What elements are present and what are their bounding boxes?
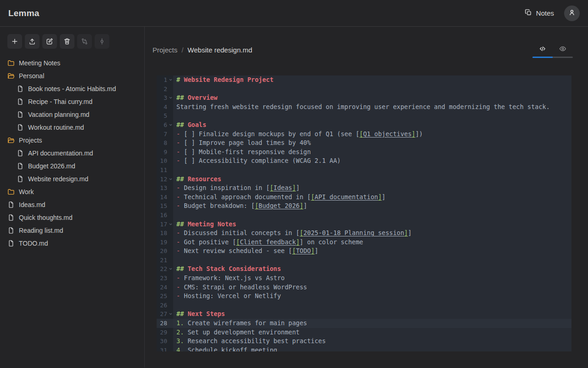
line-number: 17 bbox=[157, 220, 173, 229]
code-line-content[interactable]: 1. Create wireframes for main pages bbox=[173, 319, 571, 328]
edit-icon bbox=[46, 38, 53, 45]
code-line-content[interactable]: - Framework: Next.js vs Astro bbox=[173, 274, 571, 283]
code-line-content[interactable]: - Hosting: Vercel or Netlify bbox=[173, 292, 571, 301]
code-line-content[interactable]: ## Overview bbox=[173, 93, 571, 103]
code-line-content[interactable]: 4. Schedule kickoff meeting bbox=[173, 346, 571, 351]
tree-file-api-documentation-md[interactable]: API documentation.md bbox=[7, 147, 141, 160]
code-line-content[interactable]: 2. Set up development environment bbox=[173, 328, 571, 337]
git-compare-icon bbox=[81, 38, 88, 45]
fold-chevron-down-icon[interactable] bbox=[169, 312, 173, 316]
tree-file-website-redesign-md[interactable]: Website redesign.md bbox=[7, 172, 141, 185]
tree-item-label: Website redesign.md bbox=[28, 175, 88, 183]
code-line-content[interactable]: - Got positive [[Client feedback]] on co… bbox=[173, 238, 571, 247]
tree-file-todo-md[interactable]: TODO.md bbox=[7, 237, 141, 250]
code-line-content[interactable]: - [ ] Accessibility compliance (WCAG 2.1… bbox=[173, 156, 571, 166]
code-line-content[interactable] bbox=[173, 111, 571, 121]
code-line-content[interactable]: ## Resources bbox=[173, 175, 571, 184]
tree-file-recipe-thai-curry-md[interactable]: Recipe - Thai curry.md bbox=[7, 95, 141, 108]
code-line-content[interactable] bbox=[173, 211, 571, 220]
sidebar-toolbar bbox=[7, 34, 141, 49]
breadcrumb-current: Website redesign.md bbox=[187, 46, 252, 54]
line-number: 25 bbox=[157, 292, 173, 301]
tree-folder-work[interactable]: Work bbox=[7, 185, 141, 198]
code-line-content[interactable] bbox=[173, 256, 571, 265]
code-line-content[interactable]: ## Tech Stack Considerations bbox=[173, 264, 571, 274]
line-number: 1 bbox=[157, 75, 173, 85]
tree-item-label: Meeting Notes bbox=[19, 59, 60, 67]
code-line-content[interactable]: # Website Redesign Project bbox=[173, 75, 571, 85]
fold-chevron-down-icon[interactable] bbox=[169, 267, 173, 271]
tree-file-ideas-md[interactable]: Ideas.md bbox=[7, 198, 141, 211]
code-line-content[interactable]: ## Goals bbox=[173, 121, 571, 130]
editor-line: 13- Design inspiration in [[Ideas]] bbox=[157, 184, 571, 193]
code-line-content[interactable]: Starting fresh website redesign focused … bbox=[173, 103, 571, 112]
file-icon bbox=[7, 214, 15, 221]
code-line-content[interactable]: - Discussed initial concepts in [[2025-0… bbox=[173, 229, 571, 238]
code-line-content[interactable]: - CMS: Strapi or headless WordPress bbox=[173, 283, 571, 292]
notes-toggle-button[interactable]: Notes bbox=[525, 9, 554, 17]
tab-preview[interactable] bbox=[553, 42, 573, 56]
line-number: 2 bbox=[157, 85, 173, 94]
editor-line: 18- Discussed initial concepts in [[2025… bbox=[157, 229, 571, 238]
code-line-content[interactable]: ## Meeting Notes bbox=[173, 220, 571, 229]
editor-line: 281. Create wireframes for main pages bbox=[157, 319, 571, 328]
fold-chevron-down-icon[interactable] bbox=[169, 177, 173, 181]
line-number: 5 bbox=[157, 111, 173, 121]
tree-file-reading-list-md[interactable]: Reading list.md bbox=[7, 224, 141, 237]
code-line-content[interactable]: - Technical approach documented in [[API… bbox=[173, 193, 571, 202]
code-line-content[interactable]: ## Next Steps bbox=[173, 310, 571, 319]
tree-file-budget-2026-md[interactable]: Budget 2026.md bbox=[7, 160, 141, 172]
fold-chevron-down-icon[interactable] bbox=[169, 78, 173, 82]
tree-file-quick-thoughts-md[interactable]: Quick thoughts.md bbox=[7, 211, 141, 224]
git-commit-button bbox=[95, 34, 109, 49]
tree-file-vacation-planning-md[interactable]: Vacation planning.md bbox=[7, 108, 141, 121]
code-line-content[interactable] bbox=[173, 166, 571, 175]
folder-open-icon bbox=[7, 137, 15, 144]
tab-code-view[interactable] bbox=[532, 42, 553, 56]
file-icon bbox=[7, 227, 15, 234]
breadcrumb-separator: / bbox=[181, 46, 183, 54]
code-line-content[interactable]: - [ ] Finalize design mockups by end of … bbox=[173, 130, 571, 139]
code-line-content[interactable] bbox=[173, 85, 571, 94]
code-icon bbox=[539, 45, 546, 52]
code-line-content[interactable] bbox=[173, 301, 571, 310]
file-icon bbox=[17, 85, 24, 92]
delete-note-button[interactable] bbox=[60, 34, 74, 49]
breadcrumb-parent[interactable]: Projects bbox=[153, 46, 177, 54]
editor-line: 17## Meeting Notes bbox=[157, 220, 571, 229]
line-number: 28 bbox=[157, 319, 173, 328]
line-number: 10 bbox=[157, 156, 173, 166]
tree-folder-meeting-notes[interactable]: Meeting Notes bbox=[7, 57, 141, 69]
tree-folder-personal[interactable]: Personal bbox=[7, 69, 141, 82]
git-commit-icon bbox=[98, 38, 106, 45]
tree-item-label: Projects bbox=[19, 137, 42, 144]
line-number: 29 bbox=[157, 328, 173, 337]
editor-line: 1# Website Redesign Project bbox=[157, 75, 571, 85]
line-number: 7 bbox=[157, 130, 173, 139]
sidebar: Meeting NotesPersonalBook notes - Atomic… bbox=[0, 27, 145, 368]
app-title: Lemma bbox=[8, 8, 40, 18]
line-number: 3 bbox=[157, 93, 173, 103]
markdown-editor[interactable]: 1# Website Redesign Project23## Overview… bbox=[157, 75, 571, 351]
code-line-content[interactable]: - Next review scheduled - see [[TODO]] bbox=[173, 247, 571, 256]
fold-chevron-down-icon[interactable] bbox=[169, 96, 173, 100]
new-note-button[interactable] bbox=[7, 34, 22, 49]
upload-button[interactable] bbox=[25, 34, 40, 49]
tree-file-workout-routine-md[interactable]: Workout routine.md bbox=[7, 121, 141, 134]
code-line-content[interactable]: - Budget breakdown: [[Budget 2026]] bbox=[173, 201, 571, 211]
avatar-button[interactable] bbox=[564, 6, 580, 21]
edit-note-button[interactable] bbox=[42, 34, 57, 49]
breadcrumb: Projects / Website redesign.md bbox=[153, 46, 252, 54]
fold-chevron-down-icon[interactable] bbox=[169, 222, 173, 226]
view-mode-tabs bbox=[532, 42, 573, 58]
tree-folder-projects[interactable]: Projects bbox=[7, 134, 141, 147]
editor-line: 8- [ ] Improve page load times by 40% bbox=[157, 138, 571, 148]
fold-chevron-down-icon[interactable] bbox=[169, 123, 173, 127]
code-line-content[interactable]: 3. Research accessibility best practices bbox=[173, 337, 571, 346]
line-number: 30 bbox=[157, 337, 173, 346]
code-line-content[interactable]: - [ ] Improve page load times by 40% bbox=[173, 138, 571, 148]
code-line-content[interactable]: - Design inspiration in [[Ideas]] bbox=[173, 184, 571, 193]
tree-file-book-notes-atomic-habits-md[interactable]: Book notes - Atomic Habits.md bbox=[7, 82, 141, 95]
code-line-content[interactable]: - [ ] Mobile-first responsive design bbox=[173, 148, 571, 157]
editor-line: 2 bbox=[157, 85, 571, 94]
